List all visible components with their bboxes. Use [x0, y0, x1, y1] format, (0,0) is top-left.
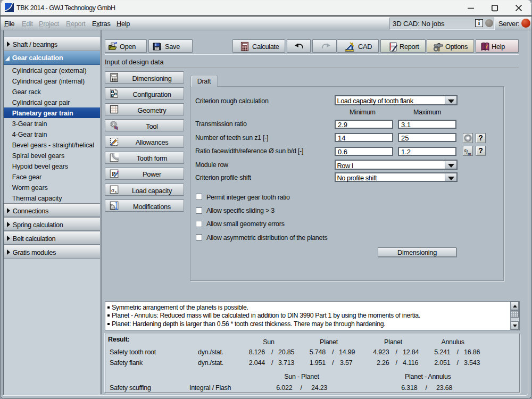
svg-text:σ: σ	[111, 187, 114, 193]
svg-text:x: x	[115, 189, 117, 194]
svg-text:?: ?	[485, 44, 488, 49]
